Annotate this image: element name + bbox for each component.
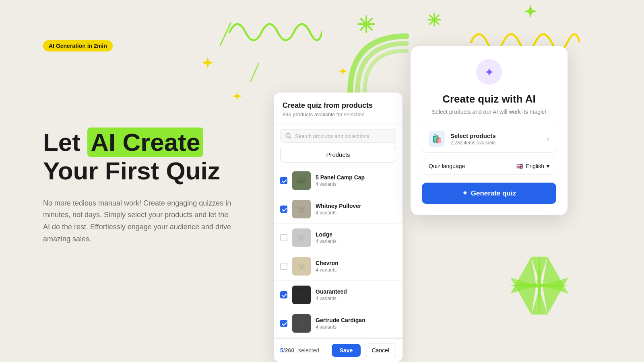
product-checkbox-1[interactable] xyxy=(280,177,287,184)
product-name-1: 5 Panel Camp Cap xyxy=(316,174,396,181)
ai-sparkle-icon: ✦ xyxy=(484,65,494,79)
product-thumb-5 xyxy=(292,286,311,304)
subtext: No more tedious manual work! Create enga… xyxy=(43,197,236,245)
headline-suffix: Your First Quiz xyxy=(43,157,220,185)
svg-line-7 xyxy=(430,15,439,24)
product-checkbox-3[interactable] xyxy=(280,234,287,241)
selected-total: /260 xyxy=(283,347,294,354)
product-name-4: Chevron xyxy=(316,260,396,266)
svg-line-2 xyxy=(361,19,372,30)
deco-snowflake-2 xyxy=(427,12,442,27)
product-variants-5: 4 variants xyxy=(316,296,396,301)
selection-bar: 5/260 selected Save Cancel xyxy=(274,338,402,362)
product-variants-1: 4 variants xyxy=(316,181,396,187)
deco-starburst xyxy=(507,253,572,318)
headline-highlight: AI Create xyxy=(87,128,203,157)
shopping-bag-icon: 🛍️ xyxy=(429,131,445,147)
product-list: 5 Panel Camp Cap 4 variants Whitney Pull… xyxy=(274,167,402,338)
svg-marker-18 xyxy=(531,257,547,282)
search-placeholder: Search products and collections xyxy=(295,133,391,139)
product-info-4: Chevron 4 variants xyxy=(316,260,396,273)
svg-marker-20 xyxy=(543,278,568,315)
product-info-6: Gertrude Cardigan 4 variants xyxy=(316,317,396,330)
product-name-3: Lodge xyxy=(316,231,396,238)
svg-marker-17 xyxy=(518,264,561,307)
panel-subtitle: 896 products available for selection xyxy=(283,111,394,117)
product-variants-6: 4 variants xyxy=(316,324,396,330)
product-item-2[interactable]: Whitney Pullover 4 variants xyxy=(274,195,402,224)
tab-products[interactable]: Products xyxy=(280,147,396,162)
product-info-1: 5 Panel Camp Cap 4 variants xyxy=(316,174,396,187)
svg-marker-19 xyxy=(543,257,568,294)
product-checkbox-6[interactable] xyxy=(280,320,287,327)
product-name-2: Whitney Pullover xyxy=(316,203,396,209)
svg-marker-22 xyxy=(510,278,536,315)
svg-marker-23 xyxy=(510,257,536,294)
panel-header: Create quiz from products 896 products a… xyxy=(274,93,402,123)
svg-marker-8 xyxy=(524,5,537,18)
select-products-label: Select products xyxy=(450,132,541,139)
selected-label: selected xyxy=(298,347,319,354)
svg-marker-21 xyxy=(531,289,547,315)
svg-line-6 xyxy=(430,15,439,24)
select-products-count: 2,232 items available xyxy=(450,140,541,146)
product-thumb-6 xyxy=(292,314,311,333)
tab-bar: Products xyxy=(280,147,396,162)
svg-line-3 xyxy=(361,19,372,30)
language-row[interactable]: Quiz language 🇬🇧 English ▾ xyxy=(422,158,556,175)
product-item-4[interactable]: Chevron 4 variants xyxy=(274,252,402,281)
svg-rect-27 xyxy=(297,181,305,183)
flag-icon: 🇬🇧 xyxy=(516,163,523,169)
product-thumb-2 xyxy=(292,200,311,218)
product-item-5[interactable]: Guaranteed 4 variants xyxy=(274,281,402,309)
svg-marker-14 xyxy=(537,255,541,316)
product-item-3[interactable]: Lodge 4 variants xyxy=(274,224,402,252)
generate-sparkle-icon: ✦ xyxy=(462,189,468,197)
cancel-button[interactable]: Cancel xyxy=(365,343,396,357)
selected-count: 5/260 xyxy=(280,347,294,354)
ai-badge: AI Generation in 2min xyxy=(43,40,113,51)
ai-icon-wrapper: ✦ xyxy=(476,59,502,85)
select-products-row[interactable]: 🛍️ Select products 2,232 items available… xyxy=(422,125,556,153)
generate-btn-label: Generate quiz xyxy=(471,189,516,197)
product-panel: Create quiz from products 896 products a… xyxy=(274,93,402,362)
ai-panel: ✦ Create quiz with AI Select products an… xyxy=(411,46,568,215)
select-products-text: Select products 2,232 items available xyxy=(450,132,541,146)
generate-quiz-button[interactable]: ✦ Generate quiz xyxy=(422,183,556,204)
svg-marker-15 xyxy=(509,284,570,288)
deco-star-yellow-2 xyxy=(338,66,348,76)
product-thumb-4 xyxy=(292,257,311,276)
headline: Let AI Create Your First Quiz xyxy=(43,128,285,185)
ai-panel-subtitle: Select products and our AI will work its… xyxy=(422,109,556,115)
selected-num: 5 xyxy=(280,347,283,354)
product-checkbox-5[interactable] xyxy=(280,291,287,298)
language-text: English xyxy=(526,163,544,169)
deco-star-green xyxy=(523,4,538,19)
panel-title: Create quiz from products xyxy=(283,101,394,110)
product-info-5: Guaranteed 4 variants xyxy=(316,288,396,301)
product-variants-2: 4 variants xyxy=(316,210,396,216)
product-info-3: Lodge 4 variants xyxy=(316,231,396,244)
product-name-6: Gertrude Cardigan xyxy=(316,317,396,323)
language-value: 🇬🇧 English ▾ xyxy=(516,163,549,169)
save-button[interactable]: Save xyxy=(332,344,361,357)
left-content: AI Generation in 2min Let AI Create Your… xyxy=(43,40,285,245)
product-checkbox-2[interactable] xyxy=(280,206,287,213)
product-variants-3: 4 variants xyxy=(316,239,396,244)
deco-rainbow xyxy=(346,32,411,97)
svg-line-25 xyxy=(290,137,291,139)
product-item-1[interactable]: 5 Panel Camp Cap 4 variants xyxy=(274,167,402,195)
product-checkbox-4[interactable] xyxy=(280,263,287,270)
deco-snowflake-1 xyxy=(356,14,376,34)
search-icon xyxy=(285,133,292,139)
product-name-5: Guaranteed xyxy=(316,288,396,295)
product-info-2: Whitney Pullover 4 variants xyxy=(316,203,396,216)
search-bar[interactable]: Search products and collections xyxy=(280,129,396,143)
product-item-6[interactable]: Gertrude Cardigan 4 variants xyxy=(274,309,402,338)
squiggle-green-top xyxy=(225,12,322,44)
svg-marker-16 xyxy=(518,264,561,307)
ai-panel-title: Create quiz with AI xyxy=(422,93,556,105)
language-label: Quiz language xyxy=(429,163,516,169)
headline-prefix: Let xyxy=(43,128,87,156)
chevron-down-icon: ▾ xyxy=(547,163,549,169)
